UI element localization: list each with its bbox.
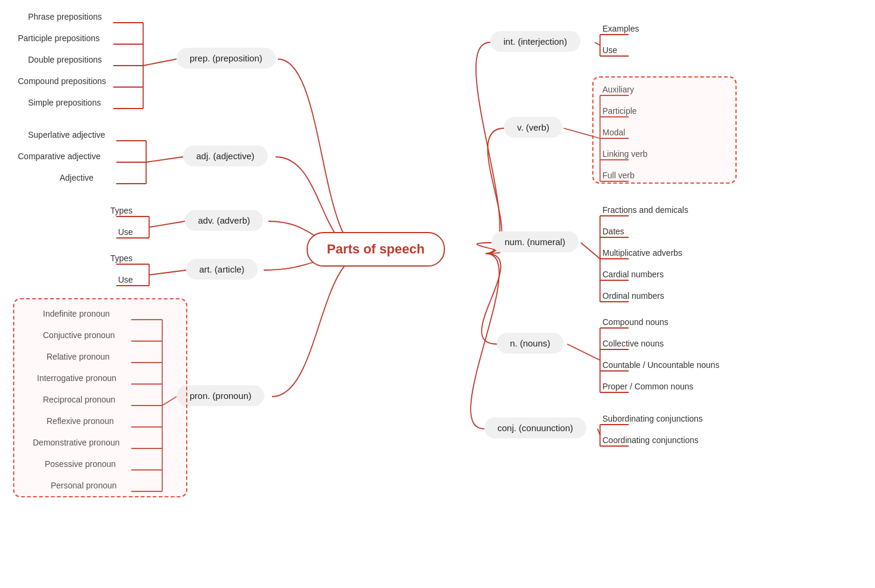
center-node: Parts of speech: [307, 232, 445, 267]
pron-dashed-box: [13, 298, 187, 497]
leaf-comparative-adj: Comparative adjective: [18, 151, 101, 161]
leaf-compound-prep: Compound prepositions: [18, 76, 106, 86]
leaf-adv-use: Use: [118, 227, 133, 237]
leaf-num-fractions: Fractions and demicals: [602, 205, 688, 215]
adv-node: adv. (adverb): [185, 210, 263, 231]
leaf-noun-proper: Proper / Common nouns: [602, 382, 694, 391]
adj-node: adj. (adjective): [183, 146, 268, 166]
leaf-noun-collective: Collective nouns: [602, 339, 664, 348]
svg-line-11: [146, 157, 183, 162]
num-node: num. (numeral): [491, 231, 579, 252]
svg-line-6: [143, 59, 177, 66]
verb-node: v. (verb): [504, 117, 562, 138]
svg-line-48: [581, 243, 600, 259]
leaf-phrase-prep: Phrase prepositions: [28, 12, 102, 21]
leaf-int-examples: Examples: [602, 24, 639, 33]
leaf-adv-types: Types: [110, 206, 132, 215]
svg-line-19: [149, 270, 186, 275]
pron-node: pron. (pronoun): [177, 385, 264, 406]
leaf-noun-compound: Compound nouns: [602, 317, 669, 327]
leaf-adjective: Adjective: [60, 173, 94, 182]
noun-node: n. (nouns): [497, 333, 564, 354]
verb-dashed-box: [592, 76, 737, 184]
leaf-participle-prep: Participle prepositions: [18, 33, 100, 43]
leaf-noun-countable: Countable / Uncountable nouns: [602, 360, 719, 370]
leaf-double-prep: Double prepositions: [28, 55, 102, 64]
leaf-conj-coordinating: Coordinating conjunctions: [602, 435, 698, 445]
leaf-art-types: Types: [110, 253, 132, 263]
svg-line-54: [567, 344, 600, 360]
svg-line-34: [595, 42, 600, 45]
leaf-art-use: Use: [118, 275, 133, 284]
leaf-num-cardinal: Cardial numbers: [602, 270, 664, 279]
leaf-num-dates: Dates: [602, 227, 624, 236]
leaf-simple-prep: Simple prepositions: [28, 98, 101, 107]
int-node: int. (interjection): [490, 31, 580, 52]
art-node: art. (article): [186, 259, 258, 280]
leaf-superlative-adj: Superlative adjective: [28, 130, 105, 140]
prep-node: prep. (preposition): [177, 48, 276, 69]
leaf-num-ordinal: Ordinal numbers: [602, 291, 664, 301]
conj-node: conj. (conuunction): [484, 417, 586, 438]
leaf-int-use: Use: [602, 45, 617, 55]
svg-line-15: [149, 221, 185, 227]
leaf-num-multiplicative: Multiplicative adverbs: [602, 248, 682, 258]
leaf-conj-subordinating: Subordinating conjunctions: [602, 414, 703, 423]
